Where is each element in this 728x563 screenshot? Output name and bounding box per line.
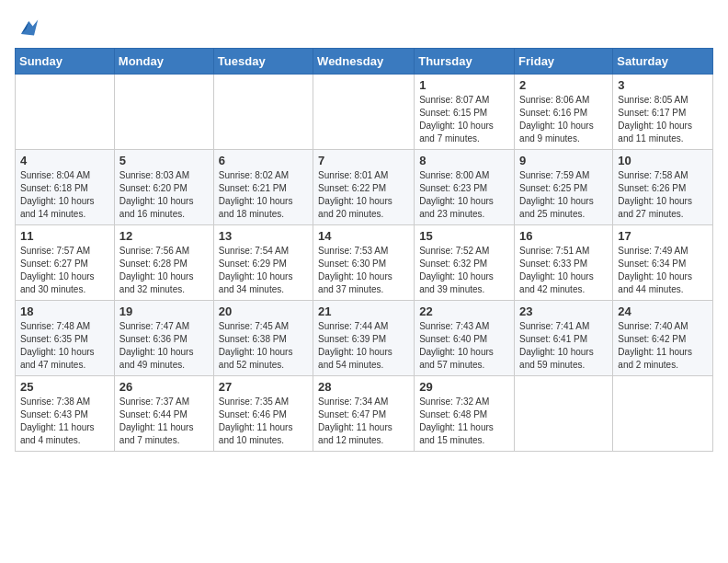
day-number: 17: [618, 229, 708, 243]
calendar-cell: 17Sunrise: 7:49 AM Sunset: 6:34 PM Dayli…: [613, 225, 713, 301]
day-number: 26: [119, 380, 209, 394]
calendar-cell: [313, 75, 415, 150]
calendar-cell: 12Sunrise: 7:56 AM Sunset: 6:28 PM Dayli…: [114, 225, 213, 301]
calendar-cell: [16, 75, 115, 150]
day-info: Sunrise: 8:07 AM Sunset: 6:15 PM Dayligh…: [419, 94, 509, 145]
calendar-cell: 5Sunrise: 8:03 AM Sunset: 6:20 PM Daylig…: [114, 150, 213, 225]
calendar-cell: 3Sunrise: 8:05 AM Sunset: 6:17 PM Daylig…: [613, 75, 713, 150]
day-number: 21: [318, 304, 409, 318]
day-info: Sunrise: 8:05 AM Sunset: 6:17 PM Dayligh…: [618, 94, 708, 145]
calendar-cell: 16Sunrise: 7:51 AM Sunset: 6:33 PM Dayli…: [515, 225, 613, 301]
day-number: 7: [318, 154, 409, 167]
calendar-day-header: Friday: [515, 49, 613, 75]
day-info: Sunrise: 7:58 AM Sunset: 6:26 PM Dayligh…: [618, 169, 708, 221]
calendar-day-header: Saturday: [613, 49, 713, 75]
day-number: 27: [219, 380, 308, 394]
day-info: Sunrise: 7:41 AM Sunset: 6:41 PM Dayligh…: [519, 320, 608, 372]
day-info: Sunrise: 7:51 AM Sunset: 6:33 PM Dayligh…: [519, 245, 608, 296]
day-number: 23: [519, 304, 608, 318]
day-number: 5: [119, 154, 209, 167]
day-number: 4: [20, 154, 109, 167]
day-info: Sunrise: 8:03 AM Sunset: 6:20 PM Dayligh…: [119, 169, 209, 221]
calendar-day-header: Wednesday: [313, 49, 415, 75]
calendar-cell: 11Sunrise: 7:57 AM Sunset: 6:27 PM Dayli…: [16, 225, 115, 301]
day-number: 10: [618, 154, 708, 167]
day-info: Sunrise: 7:32 AM Sunset: 6:48 PM Dayligh…: [419, 396, 509, 447]
day-number: 11: [20, 229, 109, 243]
day-info: Sunrise: 8:02 AM Sunset: 6:21 PM Dayligh…: [219, 169, 308, 221]
day-info: Sunrise: 7:59 AM Sunset: 6:25 PM Dayligh…: [519, 169, 608, 221]
calendar-cell: 22Sunrise: 7:43 AM Sunset: 6:40 PM Dayli…: [415, 301, 515, 376]
calendar-cell: 28Sunrise: 7:34 AM Sunset: 6:47 PM Dayli…: [313, 376, 415, 452]
calendar-cell: 29Sunrise: 7:32 AM Sunset: 6:48 PM Dayli…: [415, 376, 515, 452]
calendar-cell: 14Sunrise: 7:53 AM Sunset: 6:30 PM Dayli…: [313, 225, 415, 301]
calendar-cell: 10Sunrise: 7:58 AM Sunset: 6:26 PM Dayli…: [613, 150, 713, 225]
calendar-week-row: 11Sunrise: 7:57 AM Sunset: 6:27 PM Dayli…: [16, 225, 713, 301]
day-info: Sunrise: 8:00 AM Sunset: 6:23 PM Dayligh…: [419, 169, 509, 221]
logo-bird-icon: [15, 15, 40, 40]
calendar-cell: 20Sunrise: 7:45 AM Sunset: 6:38 PM Dayli…: [213, 301, 313, 376]
day-info: Sunrise: 7:53 AM Sunset: 6:30 PM Dayligh…: [318, 245, 409, 296]
calendar-week-row: 4Sunrise: 8:04 AM Sunset: 6:18 PM Daylig…: [16, 150, 713, 225]
calendar-cell: 9Sunrise: 7:59 AM Sunset: 6:25 PM Daylig…: [515, 150, 613, 225]
day-info: Sunrise: 7:47 AM Sunset: 6:36 PM Dayligh…: [119, 320, 209, 372]
day-info: Sunrise: 7:40 AM Sunset: 6:42 PM Dayligh…: [618, 320, 708, 372]
calendar-day-header: Monday: [114, 49, 213, 75]
calendar-cell: 15Sunrise: 7:52 AM Sunset: 6:32 PM Dayli…: [415, 225, 515, 301]
calendar-cell: [114, 75, 213, 150]
day-info: Sunrise: 7:35 AM Sunset: 6:46 PM Dayligh…: [219, 396, 308, 447]
calendar-cell: [515, 376, 613, 452]
calendar-day-header: Thursday: [415, 49, 515, 75]
svg-marker-0: [21, 20, 38, 36]
day-info: Sunrise: 7:34 AM Sunset: 6:47 PM Dayligh…: [318, 396, 409, 447]
day-number: 15: [419, 229, 509, 243]
calendar-cell: 4Sunrise: 8:04 AM Sunset: 6:18 PM Daylig…: [16, 150, 115, 225]
day-number: 9: [519, 154, 608, 167]
day-number: 22: [419, 304, 509, 318]
day-number: 29: [419, 380, 509, 394]
calendar-cell: 19Sunrise: 7:47 AM Sunset: 6:36 PM Dayli…: [114, 301, 213, 376]
calendar-cell: 24Sunrise: 7:40 AM Sunset: 6:42 PM Dayli…: [613, 301, 713, 376]
calendar-cell: 27Sunrise: 7:35 AM Sunset: 6:46 PM Dayli…: [213, 376, 313, 452]
day-number: 19: [119, 304, 209, 318]
day-info: Sunrise: 7:38 AM Sunset: 6:43 PM Dayligh…: [20, 396, 109, 447]
calendar-day-header: Sunday: [16, 49, 115, 75]
day-number: 16: [519, 229, 608, 243]
day-info: Sunrise: 7:49 AM Sunset: 6:34 PM Dayligh…: [618, 245, 708, 296]
day-number: 24: [618, 304, 708, 318]
day-info: Sunrise: 7:56 AM Sunset: 6:28 PM Dayligh…: [119, 245, 209, 296]
day-info: Sunrise: 7:48 AM Sunset: 6:35 PM Dayligh…: [20, 320, 109, 372]
calendar-cell: [613, 376, 713, 452]
calendar-header-row: SundayMondayTuesdayWednesdayThursdayFrid…: [16, 49, 713, 75]
calendar-week-row: 18Sunrise: 7:48 AM Sunset: 6:35 PM Dayli…: [16, 301, 713, 376]
day-info: Sunrise: 7:44 AM Sunset: 6:39 PM Dayligh…: [318, 320, 409, 372]
calendar-week-row: 25Sunrise: 7:38 AM Sunset: 6:43 PM Dayli…: [16, 376, 713, 452]
day-info: Sunrise: 7:43 AM Sunset: 6:40 PM Dayligh…: [419, 320, 509, 372]
day-info: Sunrise: 7:37 AM Sunset: 6:44 PM Dayligh…: [119, 396, 209, 447]
day-info: Sunrise: 8:06 AM Sunset: 6:16 PM Dayligh…: [519, 94, 608, 145]
logo: [15, 15, 44, 40]
calendar-day-header: Tuesday: [213, 49, 313, 75]
calendar-cell: 23Sunrise: 7:41 AM Sunset: 6:41 PM Dayli…: [515, 301, 613, 376]
day-number: 2: [519, 78, 608, 92]
day-info: Sunrise: 8:04 AM Sunset: 6:18 PM Dayligh…: [20, 169, 109, 221]
calendar-cell: 21Sunrise: 7:44 AM Sunset: 6:39 PM Dayli…: [313, 301, 415, 376]
calendar-table: SundayMondayTuesdayWednesdayThursdayFrid…: [15, 48, 713, 452]
page-header: [15, 15, 713, 40]
day-number: 28: [318, 380, 409, 394]
day-number: 12: [119, 229, 209, 243]
day-number: 20: [219, 304, 308, 318]
calendar-cell: 8Sunrise: 8:00 AM Sunset: 6:23 PM Daylig…: [415, 150, 515, 225]
day-info: Sunrise: 7:57 AM Sunset: 6:27 PM Dayligh…: [20, 245, 109, 296]
calendar-cell: 18Sunrise: 7:48 AM Sunset: 6:35 PM Dayli…: [16, 301, 115, 376]
day-info: Sunrise: 7:45 AM Sunset: 6:38 PM Dayligh…: [219, 320, 308, 372]
day-info: Sunrise: 8:01 AM Sunset: 6:22 PM Dayligh…: [318, 169, 409, 221]
calendar-cell: 2Sunrise: 8:06 AM Sunset: 6:16 PM Daylig…: [515, 75, 613, 150]
calendar-cell: 25Sunrise: 7:38 AM Sunset: 6:43 PM Dayli…: [16, 376, 115, 452]
day-number: 8: [419, 154, 509, 167]
day-info: Sunrise: 7:52 AM Sunset: 6:32 PM Dayligh…: [419, 245, 509, 296]
day-number: 6: [219, 154, 308, 167]
calendar-cell: 6Sunrise: 8:02 AM Sunset: 6:21 PM Daylig…: [213, 150, 313, 225]
day-number: 13: [219, 229, 308, 243]
day-info: Sunrise: 7:54 AM Sunset: 6:29 PM Dayligh…: [219, 245, 308, 296]
